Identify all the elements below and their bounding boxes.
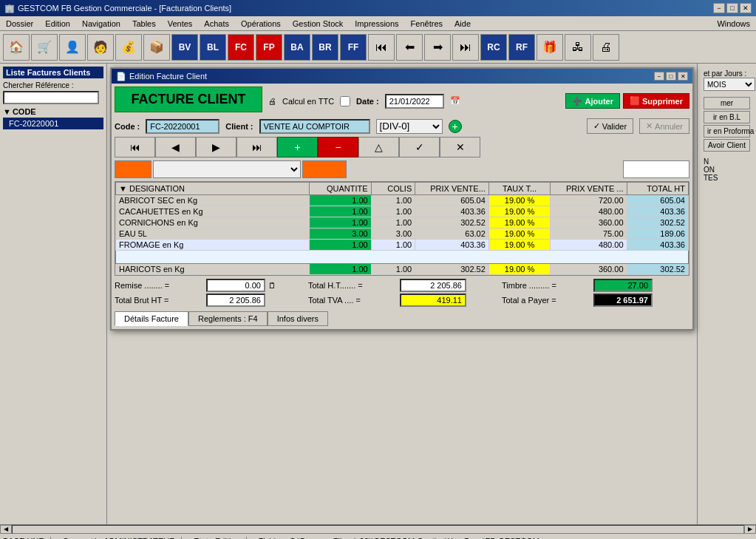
timbre-label: Timbre ......... = (502, 281, 590, 290)
search-input[interactable] (3, 91, 99, 104)
btn-ir-proforma[interactable]: ir en Proforma (704, 125, 750, 138)
total-ht-label: Total H.T....... = (308, 281, 397, 290)
scroll-area[interactable]: ◀ ▶ (0, 524, 756, 533)
annuler-button[interactable]: ✕ Annuler (639, 118, 689, 134)
table-row[interactable] (116, 251, 689, 264)
tree-header[interactable]: ▼ CODE (3, 107, 103, 116)
nav-first[interactable]: ⏮ (115, 137, 155, 157)
btn-mer[interactable]: mer (704, 97, 750, 109)
ttc-checkbox[interactable] (340, 96, 350, 106)
date-input[interactable] (385, 94, 444, 109)
modal-minimize[interactable]: − (654, 72, 664, 81)
tab-details[interactable]: Détails Facture (115, 311, 188, 326)
tb-ff[interactable]: FF (340, 34, 367, 61)
td-total: 403.36 (627, 206, 688, 217)
valider-button[interactable]: ✓ Valider (587, 118, 633, 134)
nav-confirm[interactable]: ✓ (399, 137, 440, 157)
items-table-container[interactable]: ▼ DESIGNATION QUANTITE COLIS PRIX VENTE.… (115, 181, 689, 276)
tb-prev-prev[interactable]: ⏮ (368, 34, 395, 61)
modal-maximize[interactable]: □ (666, 72, 676, 81)
main-area: Liste Factures Clients Chercher Référenc… (0, 64, 756, 524)
tb-fp[interactable]: FP (256, 34, 282, 61)
tb-next[interactable]: ➡ (424, 34, 451, 61)
menu-fenetres[interactable]: Fenêtres (408, 18, 446, 29)
table-row[interactable]: FROMAGE en Kg 1.00 1.00 403.36 19.00 % 4… (116, 240, 689, 251)
tabs: Détails Facture Reglements : F4 Infos di… (115, 311, 689, 326)
menu-aide[interactable]: Aide (452, 18, 474, 29)
article-qty-input[interactable] (302, 160, 347, 178)
days-filter: et par Jours : MOIS (701, 67, 753, 94)
table-row[interactable]: HARICOTS en Kg 1.00 1.00 302.52 19.00 % … (116, 264, 689, 275)
tb-rf[interactable]: RF (508, 34, 535, 61)
menu-operations[interactable]: Opérations (238, 18, 284, 29)
menu-gestion-stock[interactable]: Gestion Stock (290, 18, 346, 29)
menu-ventes[interactable]: Ventes (165, 18, 196, 29)
td-total: 189.06 (627, 228, 688, 240)
total-tva-label: Total TVA .... = (308, 296, 397, 305)
tb-prev[interactable]: ⬅ (396, 34, 423, 61)
days-select[interactable]: MOIS (704, 78, 755, 91)
tab-reglements[interactable]: Reglements : F4 (188, 311, 268, 326)
tb-bl[interactable]: BL (200, 34, 226, 61)
nav-delete[interactable]: − (318, 137, 358, 157)
tb-cash[interactable]: 💰 (115, 34, 142, 61)
table-row[interactable]: CACAHUETTES en Kg 1.00 1.00 403.36 19.00… (116, 206, 689, 217)
nav-last[interactable]: ⏭ (236, 137, 277, 157)
nav-next[interactable]: ▶ (196, 137, 236, 157)
td-taux: 19.00 % (488, 264, 550, 275)
tb-ba[interactable]: BA (284, 34, 310, 61)
code-input[interactable] (146, 119, 219, 134)
btn-avoir-client[interactable]: Avoir Client (704, 139, 750, 152)
menu-navigation[interactable]: Navigation (79, 18, 123, 29)
remise-input[interactable] (206, 279, 265, 292)
scroll-left[interactable]: ◀ (0, 525, 12, 534)
menu-impressions[interactable]: Impressions (352, 18, 401, 29)
td-colis: 1.00 (371, 195, 415, 206)
add-client-button[interactable]: + (449, 120, 462, 133)
tb-bv[interactable]: BV (171, 34, 198, 61)
print-icon[interactable]: 🖨 (268, 97, 276, 106)
tb-fc[interactable]: FC (228, 34, 254, 61)
modal-close[interactable]: ✕ (678, 72, 688, 81)
client-code-select[interactable]: [DIV-0] (376, 119, 443, 134)
tb-rc[interactable]: RC (480, 34, 507, 61)
tab-infos[interactable]: Infos divers (268, 311, 328, 326)
menu-tables[interactable]: Tables (129, 18, 159, 29)
calendar-icon[interactable]: 📅 (450, 96, 460, 106)
tb-br[interactable]: BR (312, 34, 338, 61)
ajouter-button[interactable]: ➕ Ajouter (565, 93, 620, 109)
btn-ir-bl[interactable]: ir en B.L (704, 111, 750, 123)
tb-person[interactable]: 🧑 (87, 34, 114, 61)
minimize-button[interactable]: − (713, 3, 725, 13)
tb-network[interactable]: 🖧 (565, 34, 591, 61)
nav-prev[interactable]: ◀ (155, 137, 196, 157)
supprimer-button[interactable]: 🟥 Supprimer (623, 93, 689, 109)
nav-up[interactable]: △ (358, 137, 399, 157)
tb-home[interactable]: 🏠 (3, 34, 30, 61)
tb-gift[interactable]: 🎁 (537, 34, 563, 61)
menu-dossier[interactable]: Dossier (3, 18, 36, 29)
tb-cart[interactable]: 🛒 (31, 34, 58, 61)
scroll-track[interactable] (12, 525, 744, 534)
scroll-right[interactable]: ▶ (744, 525, 756, 534)
menu-windows[interactable]: Windows (714, 18, 753, 29)
tb-print[interactable]: 🖨 (593, 34, 619, 61)
tb-next-next[interactable]: ⏭ (452, 34, 479, 61)
client-input[interactable] (259, 119, 370, 134)
table-row[interactable]: EAU 5L 3.00 3.00 63.02 19.00 % 75.00 189… (116, 228, 689, 240)
table-row[interactable]: CORNICHONS en Kg 1.00 1.00 302.52 19.00 … (116, 217, 689, 228)
tb-user[interactable]: 👤 (59, 34, 86, 61)
modal-window: 📄 Edition Facture Client − □ ✕ FACTURE C… (110, 67, 694, 330)
menu-achats[interactable]: Achats (201, 18, 232, 29)
menu-edition[interactable]: Edition (42, 18, 73, 29)
maximize-button[interactable]: □ (726, 3, 738, 13)
timbre-row: Timbre ......... = (502, 279, 689, 292)
close-button[interactable]: ✕ (740, 3, 752, 13)
article-dropdown[interactable] (153, 160, 301, 178)
table-row[interactable]: ABRICOT SEC en Kg 1.00 1.00 605.04 19.00… (116, 195, 689, 206)
article-code-input[interactable] (115, 160, 151, 178)
tb-box[interactable]: 📦 (143, 34, 170, 61)
nav-add[interactable]: + (277, 137, 318, 157)
tree-item-fc[interactable]: FC-20220001 (3, 118, 103, 129)
nav-cancel[interactable]: ✕ (440, 137, 480, 157)
